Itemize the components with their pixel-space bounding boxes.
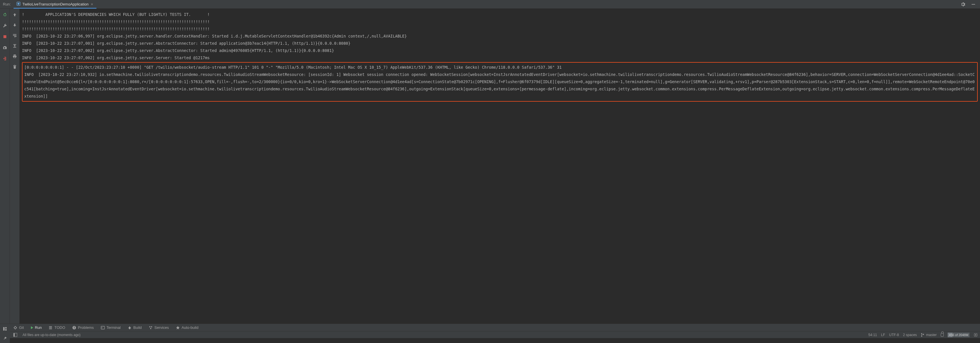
gear-icon[interactable] (960, 1, 966, 8)
file-encoding[interactable]: UTF-8 (889, 333, 899, 337)
highlighted-log-block: [0:0:0:0:0:0:0:1] - - [22/Oct/2023:23:27… (22, 62, 978, 102)
camera-icon[interactable] (2, 44, 8, 51)
branch-name: master (926, 333, 937, 337)
todo-label: TODO (54, 326, 65, 330)
tool-window-quick-access-icon[interactable] (12, 332, 19, 338)
svg-point-15 (151, 326, 152, 327)
exit-icon[interactable] (2, 56, 8, 62)
lock-icon[interactable] (941, 333, 943, 337)
left-bottom-gutter (0, 324, 10, 343)
svg-rect-12 (74, 328, 75, 329)
status-message: All files are up-to-date (moments ago) (22, 333, 81, 337)
highlighted-log-text: [0:0:0:0:0:0:0:1] - - [22/Oct/2023:23:27… (24, 64, 975, 100)
svg-rect-18 (14, 333, 15, 337)
services-label: Services (154, 326, 169, 330)
svg-point-14 (149, 326, 150, 327)
services-toolwindow-button[interactable]: Services (145, 326, 172, 330)
run-config-tab[interactable]: TwilioLiveTranscriptionDemoApplication × (14, 0, 97, 8)
svg-rect-7 (49, 326, 52, 327)
svg-rect-2 (972, 4, 975, 5)
svg-point-19 (921, 333, 922, 334)
svg-rect-9 (49, 329, 52, 329)
build-label: Build (134, 326, 142, 330)
svg-rect-13 (101, 326, 105, 329)
svg-rect-5 (5, 327, 6, 329)
wrench-icon[interactable] (2, 22, 8, 29)
arrow-down-icon[interactable] (11, 22, 18, 28)
console-actions-gutter (10, 9, 20, 324)
svg-rect-1 (18, 3, 19, 5)
svg-point-23 (975, 334, 976, 335)
autobuild-label: Auto-build (181, 326, 199, 330)
svg-rect-6 (5, 329, 6, 330)
close-icon[interactable]: × (91, 2, 94, 6)
run-label-btm: Run (35, 326, 42, 330)
svg-rect-4 (3, 327, 5, 330)
memory-indicator[interactable]: 456 of 2048M (948, 333, 970, 337)
console-pre-lines: ! APPLICATION'S DEPENDENCIES WHICH FULLY… (22, 11, 978, 62)
pin-icon[interactable] (2, 335, 8, 341)
print-icon[interactable] (11, 53, 18, 59)
soft-wrap-icon[interactable] (11, 32, 18, 39)
run-toolwindow-body: ! APPLICATION'S DEPENDENCIES WHICH FULLY… (0, 9, 980, 324)
build-toolwindow-button[interactable]: Build (124, 326, 145, 330)
run-label: Run: (0, 0, 14, 8)
svg-point-20 (921, 335, 922, 337)
git-toolwindow-button[interactable]: Git (10, 326, 27, 330)
todo-toolwindow-button[interactable]: TODO (45, 326, 68, 330)
memory-text: 456 of 2048M (949, 333, 968, 337)
status-bar: All files are up-to-date (moments ago) 5… (10, 331, 980, 338)
layout-icon[interactable] (2, 326, 8, 332)
problems-toolwindow-button[interactable]: Problems (69, 326, 97, 330)
git-label: Git (19, 326, 24, 330)
rerun-icon[interactable] (2, 11, 8, 18)
stop-icon[interactable] (2, 33, 8, 40)
caret-position[interactable]: 54:11 (868, 333, 877, 337)
run-toolwindow-button[interactable]: Run (27, 326, 45, 330)
indent-setting[interactable]: 2 spaces (903, 333, 917, 337)
run-toolwindow-header: Run: TwilioLiveTranscriptionDemoApplicat… (0, 0, 980, 9)
scroll-to-end-icon[interactable] (11, 43, 18, 49)
inspection-profile-icon[interactable] (974, 333, 978, 337)
git-branch[interactable]: master (921, 333, 937, 337)
svg-rect-11 (74, 327, 75, 328)
svg-rect-3 (3, 35, 6, 38)
run-actions-gutter (0, 9, 10, 324)
arrow-up-icon[interactable] (11, 11, 18, 18)
console-output[interactable]: ! APPLICATION'S DEPENDENCIES WHICH FULLY… (20, 9, 980, 324)
autobuild-toolwindow-button[interactable]: Auto-build (172, 326, 202, 330)
bottom-tool-strip: Git Run TODO Problems Terminal (10, 324, 980, 331)
problems-label: Problems (78, 326, 94, 330)
minimize-icon[interactable] (970, 1, 977, 8)
svg-point-16 (150, 328, 151, 329)
line-separator[interactable]: LF (881, 333, 885, 337)
terminal-toolwindow-button[interactable]: Terminal (97, 326, 124, 330)
tab-title: TwilioLiveTranscriptionDemoApplication (22, 2, 88, 6)
terminal-label: Terminal (107, 326, 121, 330)
app-icon (16, 2, 21, 6)
play-icon (31, 326, 33, 329)
svg-rect-8 (49, 327, 52, 328)
trash-icon[interactable] (11, 64, 18, 70)
